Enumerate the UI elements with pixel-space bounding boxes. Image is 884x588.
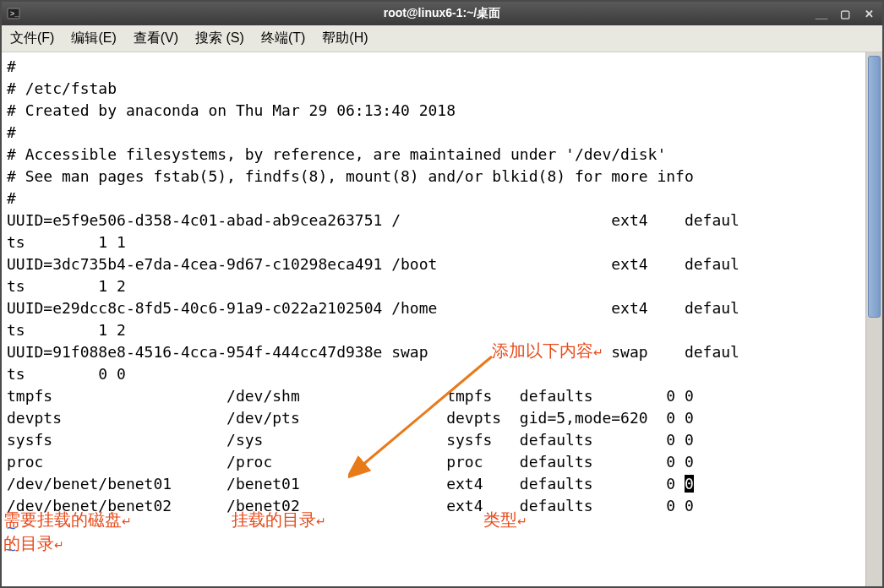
terminal-line: # Accessible filesystems, by reference, …: [7, 145, 666, 163]
terminal-line: /dev/benet/benet02 /benet02 ext4 default…: [7, 497, 694, 514]
vim-tilde: ~: [7, 519, 16, 536]
terminal-line: devpts /dev/pts devpts gid=5,mode=620 0 …: [7, 409, 694, 427]
terminal-line: UUID=91f088e8-4516-4cca-954f-444cc47d938…: [7, 343, 739, 361]
vertical-scrollbar[interactable]: [865, 52, 882, 586]
terminal-line: UUID=e5f9e506-d358-4c01-abad-ab9cea26375…: [7, 211, 739, 229]
menu-search[interactable]: 搜索 (S): [195, 30, 244, 47]
terminal-line: /dev/benet/benet01 /benet01 ext4 default…: [7, 475, 685, 493]
menu-view[interactable]: 查看(V): [134, 30, 178, 47]
scrollbar-thumb[interactable]: [868, 56, 881, 318]
menu-help[interactable]: 帮助(H): [322, 30, 368, 47]
terminal-line: #: [7, 123, 16, 141]
terminal-cursor: 0: [685, 475, 694, 493]
terminal-line: proc /proc proc defaults 0 0: [7, 453, 694, 471]
menu-terminal[interactable]: 终端(T): [261, 30, 305, 47]
close-button[interactable]: ✕: [860, 7, 877, 20]
terminal-app-icon: >_: [7, 7, 20, 20]
terminal-content[interactable]: # # /etc/fstab # Created by anaconda on …: [2, 52, 865, 586]
window-controls: __ ▢ ✕: [813, 7, 877, 20]
vim-tilde: ~: [7, 541, 16, 558]
terminal-line: sysfs /sys sysfs defaults 0 0: [7, 431, 694, 449]
terminal-line: # See man pages fstab(5), findfs(8), mou…: [7, 167, 694, 185]
terminal-line: # Created by anaconda on Thu Mar 29 06:1…: [7, 101, 456, 119]
terminal-line: ts 1 2: [7, 277, 126, 295]
window-titlebar: >_ root@linux6-1:~/桌面 __ ▢ ✕: [2, 2, 882, 25]
terminal-line: # /etc/fstab: [7, 79, 117, 97]
terminal-line: #: [7, 189, 16, 207]
terminal-line: ts 0 0: [7, 365, 126, 383]
menu-file[interactable]: 文件(F): [10, 30, 54, 47]
terminal-line: #: [7, 57, 16, 75]
menubar: 文件(F) 编辑(E) 查看(V) 搜索 (S) 终端(T) 帮助(H): [2, 25, 882, 52]
svg-text:>_: >_: [10, 9, 19, 18]
menu-edit[interactable]: 编辑(E): [71, 30, 116, 47]
terminal-line: ts 1 2: [7, 321, 126, 339]
terminal-line: UUID=e29dcc8c-8fd5-40c6-91a9-c022a210250…: [7, 299, 739, 317]
terminal-line: tmpfs /dev/shm tmpfs defaults 0 0: [7, 387, 694, 405]
terminal-line: ts 1 1: [7, 233, 126, 251]
maximize-button[interactable]: ▢: [837, 7, 854, 20]
window-title: root@linux6-1:~/桌面: [384, 6, 501, 21]
terminal-line: UUID=3dc735b4-e7da-4cea-9d67-c10298eca49…: [7, 255, 739, 273]
terminal-area: # # /etc/fstab # Created by anaconda on …: [2, 52, 882, 586]
minimize-button[interactable]: __: [813, 7, 830, 20]
